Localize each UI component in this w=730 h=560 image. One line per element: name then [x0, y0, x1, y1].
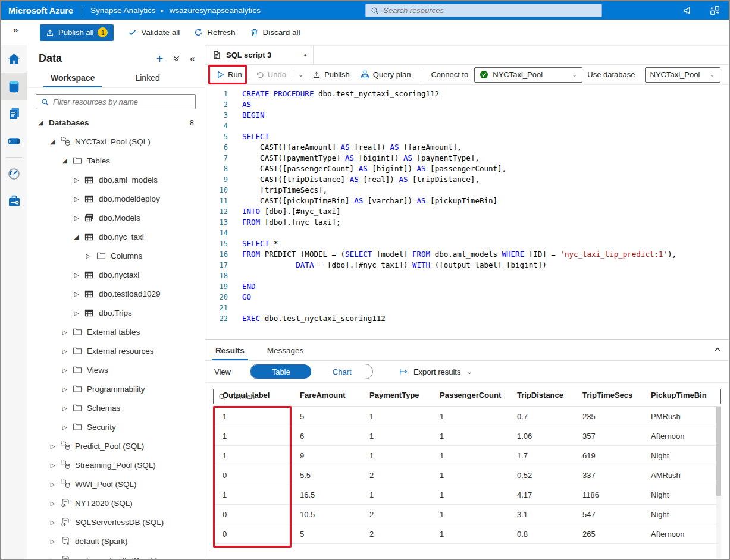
- chevron-collapsed-icon[interactable]: ▷: [73, 310, 80, 316]
- monitor-icon[interactable]: [1, 160, 27, 187]
- manage-icon[interactable]: [1, 187, 27, 215]
- publish-button[interactable]: Publish: [307, 65, 355, 84]
- tree-item[interactable]: ▷NYT2020 (SQL): [27, 493, 205, 512]
- tree-item[interactable]: ▷Predict_Pool (SQL): [27, 436, 205, 455]
- run-options-chevron-icon[interactable]: ⌄: [294, 71, 307, 78]
- chevron-expanded-icon[interactable]: ◢: [61, 157, 68, 165]
- breadcrumb-workspace[interactable]: wsazuresynapseanalytics: [170, 6, 261, 15]
- database-icon[interactable]: [1, 73, 27, 100]
- tree-item[interactable]: ▷dbo.modeldeploy: [27, 189, 205, 208]
- chevron-expanded-icon[interactable]: ◢: [49, 138, 56, 146]
- column-header[interactable]: TripTimeSecs: [573, 384, 641, 407]
- tree-item[interactable]: ▷Schemas: [27, 398, 205, 417]
- collapse-panel-icon[interactable]: «: [190, 54, 195, 64]
- scrollbar-thumb[interactable]: [716, 407, 721, 496]
- expand-nav-icon[interactable]: »: [13, 24, 18, 34]
- collapse-all-icon[interactable]: [173, 55, 180, 62]
- tree-item[interactable]: ▷External tables: [27, 322, 205, 341]
- column-header[interactable]: PickupTimeBin: [641, 384, 721, 407]
- chevron-collapsed-icon[interactable]: ▷: [73, 196, 80, 202]
- tree-item[interactable]: ▷SQLServerlessDB (SQL): [27, 512, 205, 531]
- tree-item[interactable]: ▷Views: [27, 360, 205, 379]
- integrate-icon[interactable]: [1, 127, 27, 155]
- filter-resources-box[interactable]: [36, 94, 196, 109]
- chevron-collapsed-icon[interactable]: ▷: [49, 462, 56, 468]
- table-row[interactable]: 010.5213.1547Night: [213, 505, 721, 524]
- apps-swap-icon[interactable]: [709, 5, 720, 16]
- chevron-collapsed-icon[interactable]: ▷: [73, 177, 80, 183]
- table-row[interactable]: 05.5210.52337AMRush: [213, 465, 721, 485]
- column-header[interactable]: TripDistance: [507, 384, 573, 407]
- tree-item[interactable]: ▷surfacesalesdb (Spark): [27, 550, 205, 559]
- undo-button[interactable]: Undo: [250, 65, 292, 84]
- tree-item[interactable]: ▷External resources: [27, 341, 205, 360]
- chevron-collapsed-icon[interactable]: ▷: [73, 272, 80, 278]
- resource-search-box[interactable]: [365, 4, 602, 17]
- tree-item[interactable]: ◢dbo.nyc_taxi: [27, 227, 205, 246]
- table-row[interactable]: 19111.7619Night: [213, 446, 721, 465]
- azure-brand[interactable]: Microsoft Azure: [1, 6, 82, 15]
- chevron-collapsed-icon[interactable]: ▷: [61, 348, 68, 354]
- tree-item[interactable]: ▷Columns: [27, 246, 205, 265]
- tree-item[interactable]: ▷Security: [27, 417, 205, 436]
- column-header[interactable]: Output_label: [213, 384, 290, 407]
- query-plan-button[interactable]: Query plan: [355, 65, 416, 84]
- chevron-collapsed-icon[interactable]: ▷: [73, 291, 80, 297]
- column-header[interactable]: PassengerCount: [430, 384, 507, 407]
- tree-item[interactable]: ▷Programmability: [27, 379, 205, 398]
- chevron-collapsed-icon[interactable]: ▷: [49, 500, 56, 506]
- results-scrollbar[interactable]: [716, 407, 721, 559]
- use-database-dropdown[interactable]: NYCTaxi_Pool ⌄: [645, 67, 720, 83]
- breadcrumb-service[interactable]: Synapse Analytics: [90, 6, 156, 15]
- chevron-collapsed-icon[interactable]: ▷: [61, 367, 68, 373]
- tree-item[interactable]: ◢Databases8: [27, 113, 205, 132]
- chevron-collapsed-icon[interactable]: ▷: [49, 519, 56, 526]
- chevron-collapsed-icon[interactable]: ▷: [49, 557, 56, 559]
- table-row[interactable]: 16111.06357Afternoon: [213, 426, 721, 446]
- tree-item[interactable]: ▷dbo.nyctaxi: [27, 265, 205, 284]
- tree-item[interactable]: ▷dbo.Models: [27, 208, 205, 227]
- chevron-collapsed-icon[interactable]: ▷: [85, 253, 92, 259]
- table-row[interactable]: 116.5114.171186Night: [213, 485, 721, 505]
- column-header[interactable]: PaymentType: [360, 384, 430, 407]
- tree-item[interactable]: ▷WWI_Pool (SQL): [27, 474, 205, 493]
- search-resources-input[interactable]: [383, 6, 597, 15]
- chevron-collapsed-icon[interactable]: ▷: [61, 329, 68, 335]
- discard-all-button[interactable]: Discard all: [250, 28, 300, 37]
- tree-item[interactable]: ◢Tables: [27, 151, 205, 170]
- publish-all-button[interactable]: Publish all 1: [40, 24, 114, 41]
- refresh-button[interactable]: Refresh: [194, 28, 235, 37]
- column-header[interactable]: FareAmount: [290, 384, 360, 407]
- collapse-results-icon[interactable]: [713, 345, 722, 354]
- validate-all-button[interactable]: Validate all: [128, 28, 180, 37]
- tab-results[interactable]: Results: [214, 346, 246, 360]
- chevron-collapsed-icon[interactable]: ▷: [61, 405, 68, 411]
- view-table-toggle[interactable]: Table: [250, 364, 312, 379]
- connect-to-dropdown[interactable]: NYCTaxi_Pool ⌄: [474, 67, 582, 83]
- chevron-collapsed-icon[interactable]: ▷: [61, 386, 68, 392]
- export-results-button[interactable]: Export results ⌄: [399, 367, 472, 376]
- chevron-expanded-icon[interactable]: ◢: [37, 119, 44, 127]
- tab-workspace[interactable]: Workspace: [49, 70, 96, 87]
- tree-item[interactable]: ▷default (Spark): [27, 531, 205, 550]
- filter-resources-input[interactable]: [53, 97, 190, 106]
- tree-item[interactable]: ▷dbo.aml_models: [27, 170, 205, 189]
- table-row[interactable]: 15110.7235PMRush: [213, 407, 721, 426]
- tab-sql-script-3[interactable]: SQL script 3 ●: [205, 46, 314, 64]
- chevron-expanded-icon[interactable]: ◢: [73, 233, 80, 241]
- megaphone-icon[interactable]: [682, 5, 694, 16]
- chevron-collapsed-icon[interactable]: ▷: [61, 424, 68, 430]
- add-resource-icon[interactable]: +: [156, 54, 163, 64]
- tree-item[interactable]: ▷dbo.testload1029: [27, 284, 205, 303]
- table-row[interactable]: 05210.8265Afternoon: [213, 524, 721, 544]
- chevron-collapsed-icon[interactable]: ▷: [49, 443, 56, 449]
- tree-item[interactable]: ▷dbo.Trips: [27, 303, 205, 322]
- view-chart-toggle[interactable]: Chart: [311, 364, 372, 379]
- chevron-collapsed-icon[interactable]: ▷: [73, 215, 80, 221]
- tab-messages[interactable]: Messages: [266, 346, 305, 360]
- home-icon[interactable]: [1, 45, 27, 73]
- chevron-collapsed-icon[interactable]: ▷: [49, 481, 56, 487]
- develop-icon[interactable]: [1, 100, 27, 127]
- sql-code-editor[interactable]: 1CREATE PROCEDURE dbo.test_nyctaxi_scori…: [205, 85, 729, 340]
- tree-item[interactable]: ◢NYCTaxi_Pool (SQL): [27, 132, 205, 151]
